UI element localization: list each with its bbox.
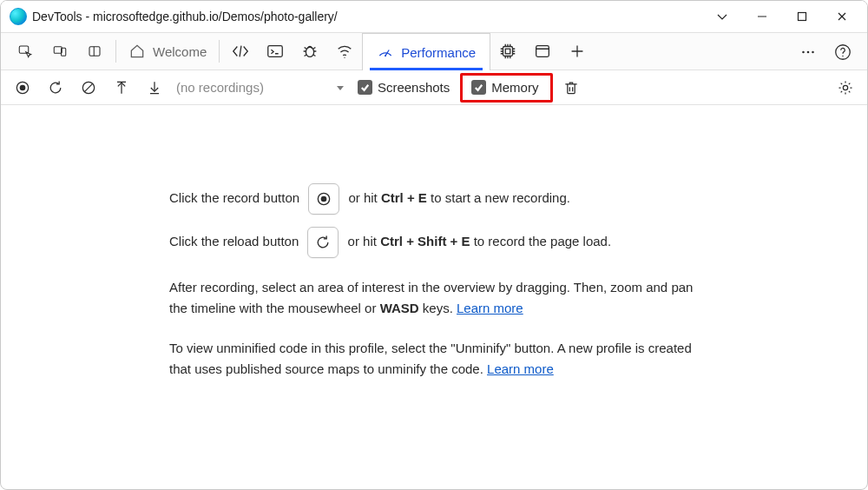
svg-point-42 bbox=[812, 51, 814, 54]
svg-point-46 bbox=[20, 84, 26, 90]
tab-performance[interactable]: Performance bbox=[362, 33, 490, 70]
svg-point-12 bbox=[306, 47, 314, 56]
console-icon[interactable] bbox=[258, 32, 293, 70]
inspect-icon[interactable] bbox=[8, 32, 43, 70]
close-button[interactable] bbox=[822, 3, 862, 30]
window-title: DevTools - microsoftedge.github.io/Demos… bbox=[32, 10, 338, 23]
svg-rect-5 bbox=[54, 47, 62, 54]
svg-line-16 bbox=[313, 47, 316, 49]
memory-chip-icon[interactable] bbox=[490, 32, 525, 70]
svg-line-17 bbox=[305, 55, 307, 56]
more-icon[interactable] bbox=[791, 33, 825, 71]
recordings-dropdown-label[interactable]: (no recordings) bbox=[173, 80, 269, 95]
divider bbox=[115, 40, 116, 63]
svg-rect-7 bbox=[89, 47, 100, 56]
performance-toolbar: (no recordings) Screenshots Memory bbox=[1, 70, 867, 105]
tabstrip: Welcome Performance bbox=[1, 32, 867, 70]
record-instructions: Click the record button or hit Ctrl + E … bbox=[169, 183, 694, 215]
memory-highlight: Memory bbox=[460, 73, 553, 103]
svg-rect-1 bbox=[799, 13, 806, 21]
svg-rect-36 bbox=[536, 46, 549, 57]
memory-label: Memory bbox=[491, 80, 538, 95]
recordings-dropdown-chevron[interactable] bbox=[333, 81, 347, 95]
devtools-window: DevTools - microsoftedge.github.io/Demos… bbox=[0, 0, 868, 490]
reload-instructions: Click the reload button or hit Ctrl + Sh… bbox=[169, 227, 694, 258]
trash-button[interactable] bbox=[556, 75, 586, 101]
svg-marker-53 bbox=[337, 86, 344, 90]
download-profile-button[interactable] bbox=[140, 75, 169, 101]
svg-point-56 bbox=[843, 85, 847, 89]
tab-welcome-label: Welcome bbox=[153, 44, 207, 59]
svg-point-21 bbox=[385, 55, 386, 56]
tab-welcome[interactable]: Welcome bbox=[120, 33, 215, 70]
svg-point-19 bbox=[345, 57, 345, 58]
device-toggle-icon[interactable] bbox=[43, 32, 77, 70]
learn-more-link-2[interactable]: Learn more bbox=[487, 361, 554, 376]
home-icon bbox=[128, 43, 146, 60]
upload-profile-button[interactable] bbox=[107, 75, 136, 101]
performance-empty-state: Click the record button or hit Ctrl + E … bbox=[1, 105, 867, 489]
record-button[interactable] bbox=[8, 75, 37, 101]
titlebar: DevTools - microsoftedge.github.io/Demos… bbox=[1, 1, 867, 32]
application-icon[interactable] bbox=[525, 32, 560, 70]
tab-performance-label: Performance bbox=[401, 45, 476, 60]
divider bbox=[219, 40, 220, 63]
checkbox-checked-icon bbox=[358, 80, 372, 95]
svg-line-48 bbox=[84, 83, 92, 91]
overview-instructions: After recording, select an area of inter… bbox=[169, 277, 694, 319]
reload-inline-button[interactable] bbox=[307, 227, 339, 258]
svg-line-18 bbox=[313, 55, 316, 56]
reload-record-button[interactable] bbox=[41, 75, 70, 101]
add-tab-button[interactable] bbox=[560, 32, 595, 70]
svg-line-15 bbox=[305, 47, 307, 49]
memory-checkbox[interactable]: Memory bbox=[464, 78, 545, 96]
screenshots-checkbox[interactable]: Screenshots bbox=[351, 78, 457, 96]
sources-bug-icon[interactable] bbox=[293, 32, 327, 70]
dock-side-icon[interactable] bbox=[77, 32, 112, 70]
record-inline-button[interactable] bbox=[308, 183, 339, 215]
svg-rect-10 bbox=[268, 46, 283, 57]
unminify-instructions: To view unminified code in this profile,… bbox=[169, 338, 694, 380]
clear-button[interactable] bbox=[74, 75, 103, 101]
network-icon[interactable] bbox=[327, 32, 362, 70]
svg-rect-22 bbox=[503, 47, 513, 56]
screenshots-label: Screenshots bbox=[378, 80, 450, 95]
settings-gear-icon[interactable] bbox=[831, 75, 860, 101]
maximize-button[interactable] bbox=[782, 3, 822, 30]
svg-point-44 bbox=[842, 56, 843, 56]
svg-rect-23 bbox=[505, 49, 510, 54]
elements-icon[interactable] bbox=[223, 32, 258, 70]
performance-icon bbox=[377, 43, 394, 61]
checkbox-checked-icon bbox=[471, 80, 486, 95]
help-icon[interactable] bbox=[825, 33, 860, 71]
svg-point-41 bbox=[807, 51, 810, 54]
svg-line-9 bbox=[240, 46, 241, 57]
chevron-down-icon[interactable] bbox=[702, 3, 742, 30]
app-icon bbox=[10, 8, 27, 25]
learn-more-link[interactable]: Learn more bbox=[457, 301, 523, 315]
minimize-button[interactable] bbox=[742, 3, 782, 30]
svg-point-58 bbox=[321, 196, 327, 202]
svg-point-40 bbox=[802, 51, 805, 54]
